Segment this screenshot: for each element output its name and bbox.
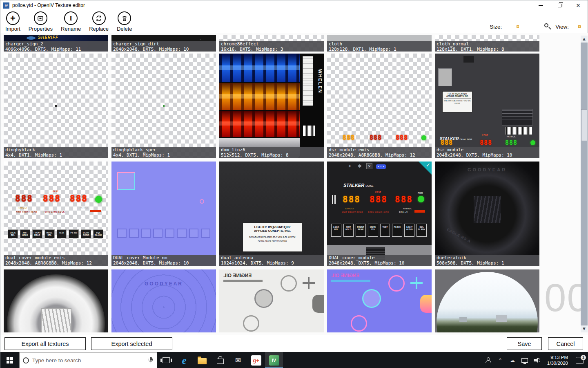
store-taskbar-button[interactable]	[211, 352, 229, 368]
texture-caption: cloth_normal128x128, DXT1, MipMaps: 8	[435, 41, 539, 52]
scroll-up-arrow[interactable]: ▲	[581, 36, 588, 43]
texture-tile-dinghyblack_spec[interactable]: dinghyblack_spec4x4, DXT1, MipMaps: 1	[111, 54, 216, 158]
view-label: View:	[555, 24, 569, 30]
task-view-button[interactable]	[157, 352, 175, 368]
delete-button[interactable]: Delete	[117, 11, 132, 32]
vga-icon	[376, 164, 386, 169]
export-selected-button[interactable]: Export selected	[91, 337, 172, 350]
texture-caption: dueleratnik508x508, DXT5, MipMaps: 1	[435, 255, 539, 266]
texture-grid: 00 SHERIFF charger_sign_24096x4096, DXT5…	[0, 33, 588, 335]
action-center-icon[interactable]: 1	[573, 352, 587, 368]
texture-tile-DUAL_cover_module-selected[interactable]: ✦ ✱ ✕ STALKER DUAL FAST PWR 888 888 888 …	[327, 162, 432, 266]
notification-badge: 1	[581, 355, 586, 360]
search-icon[interactable]	[543, 22, 552, 31]
texture-tile-dual_antenna[interactable]: FCC ID: IBQACM1Q02 APPLIED CONEPTS, INC.…	[219, 162, 324, 266]
whelen-text: WHELEN	[318, 69, 323, 94]
google-plus-icon: g+	[251, 355, 261, 366]
rename-button[interactable]: I Rename	[61, 11, 81, 32]
texture-thumb-goodyear-normal: GOODYEAR	[111, 269, 216, 332]
file-explorer-taskbar-button[interactable]	[193, 352, 211, 368]
maximize-button[interactable]	[550, 0, 569, 10]
windows-logo-icon	[7, 357, 13, 364]
size-icon-6[interactable]	[533, 26, 535, 27]
hidden-icons-chevron[interactable]: ⌃	[495, 352, 506, 368]
cancel-button[interactable]: Cancel	[548, 337, 583, 350]
module-button-row: LOCK REL XMIT HOLD FRONT REAR MOVE STA T…	[331, 224, 427, 237]
texture-thumb-engine-oil-sheet: ENGINE OIL	[219, 269, 324, 332]
texture-tile-cloth_normal[interactable]: cloth_normal128x128, DXT1, MipMaps: 8	[435, 35, 539, 52]
export-all-textures-button[interactable]: Export all textures	[4, 337, 86, 350]
openiv-icon: IV	[269, 355, 279, 366]
openiv-taskbar-button[interactable]: IV	[265, 352, 283, 368]
texture-tile-chrome86effect[interactable]: chrome86effect16x16, DXT5, MipMaps: 3	[219, 35, 324, 52]
system-tray: ⌃ ☁ 9:13 PM 1/30/2020 1	[483, 352, 588, 368]
footer-bar: Export all textures Export selected Save…	[0, 335, 588, 352]
windows-taskbar: e ✉ g+ IV ⌃ ☁ 9:13 PM 1/30/2020 1	[0, 352, 588, 368]
size-icon-7[interactable]	[538, 26, 540, 27]
people-icon[interactable]	[483, 352, 493, 368]
start-button[interactable]	[0, 352, 19, 368]
texture-tile-charger_sign_dirt[interactable]: charger_sign_dirt2048x2048, DXT5, MipMap…	[111, 35, 216, 52]
size-icon-3-selected[interactable]	[517, 26, 519, 27]
import-icon: +	[6, 11, 20, 25]
texture-tile-dual-cover-module_emis[interactable]: FAST 888 888 888 TARGET XMIT FRONT REAR …	[4, 162, 108, 266]
minimize-button[interactable]	[531, 0, 550, 10]
texture-tile-charger_sign_2[interactable]: SHERIFF charger_sign_24096x4096, DXT5, M…	[4, 35, 108, 52]
close-button[interactable]: ✕	[569, 0, 588, 10]
store-bag-icon	[217, 359, 224, 364]
microphone-icon[interactable]	[148, 357, 154, 364]
texture-tile-environment-sphere[interactable]	[435, 269, 539, 332]
google-taskbar-button[interactable]: g+	[247, 352, 265, 368]
size-icon-5[interactable]	[528, 26, 529, 27]
mail-taskbar-button[interactable]: ✉	[229, 352, 247, 368]
size-icon-4[interactable]	[522, 26, 524, 27]
texture-thumb-dom_linz6: WHELEN	[219, 54, 324, 158]
view-details-icon[interactable]	[573, 26, 575, 27]
texture-caption: dual_antenna1024x1024, DXT5, MipMaps: 9	[219, 255, 324, 266]
texture-thumb-dual-cover-module_emis: FAST 888 888 888 TARGET XMIT FRONT REAR …	[4, 162, 108, 266]
cortana-icon	[23, 357, 29, 364]
texture-caption: DUAL cover Module_nm2048x2048, DXT5, Mip…	[111, 255, 216, 266]
texture-tile-dsr_module[interactable]: FCC ID: IBQACM1Q02 APPLIED CONEPTS, INC.…	[435, 54, 539, 158]
volume-icon[interactable]	[532, 352, 542, 368]
texture-thumb-dueleratnik: GOODYEAR EAGLE RS-A	[435, 162, 539, 266]
texture-tile-cloth[interactable]: cloth128x128, DXT1, MipMaps: 1	[327, 35, 432, 52]
properties-button[interactable]: Properties	[29, 11, 53, 32]
texture-caption: DUAL_cover_module2048x2048, DXT5, MipMap…	[327, 255, 432, 266]
import-button[interactable]: + Import	[5, 11, 20, 32]
texture-tile-dsr-module-emis[interactable]: 888 888 888 dsr module emis2048x2048, A8…	[327, 54, 432, 158]
texture-tile-engine-oil-normal[interactable]: ENGINE OIL	[327, 269, 432, 332]
scroll-down-arrow[interactable]: ▼	[581, 325, 588, 332]
size-icon-1[interactable]	[506, 26, 508, 27]
edge-icon: e	[182, 355, 186, 366]
texture-tile-dinghyblack[interactable]: dinghyblack4x4, DXT1, MipMaps: 1	[4, 54, 108, 158]
texture-tile-DUAL-cover-Module_nm[interactable]: DUAL cover Module_nm2048x2048, DXT5, Mip…	[111, 162, 216, 266]
texture-tile-tire-white[interactable]	[4, 269, 108, 332]
onedrive-cloud-icon[interactable]: ☁	[507, 352, 518, 368]
size-icon-2[interactable]	[512, 26, 513, 27]
texture-tile-engine-oil-sheet[interactable]: ENGINE OIL	[219, 269, 324, 332]
selected-check-icon: ✓	[426, 162, 430, 168]
texture-tile-goodyear-normal[interactable]: GOODYEAR	[111, 269, 216, 332]
scrollbar-thumb[interactable]	[581, 109, 587, 141]
x-icon: ✕	[366, 163, 372, 169]
search-input[interactable]	[32, 357, 145, 364]
task-view-icon	[163, 357, 170, 363]
save-button[interactable]: Save	[507, 337, 542, 350]
view-grid-icon-selected[interactable]	[579, 26, 580, 27]
replace-button[interactable]: Replace	[89, 11, 109, 32]
texture-caption: charger_sign_24096x4096, DXT5, MipMaps: …	[4, 41, 108, 52]
texture-caption: dinghyblack_spec4x4, DXT1, MipMaps: 1	[111, 147, 216, 158]
texture-thumb-dsr_module: FCC ID: IBQACM1Q02 APPLIED CONEPTS, INC.…	[435, 54, 539, 158]
texture-tile-dueleratnik[interactable]: GOODYEAR EAGLE RS-A dueleratnik508x508, …	[435, 162, 539, 266]
texture-tile-dom_linz6[interactable]: WHELEN dom_linz6512x512, DXT5, MipMaps: …	[219, 54, 324, 158]
replace-icon	[92, 11, 106, 25]
taskbar-search-box[interactable]	[19, 352, 157, 368]
folder-icon	[198, 358, 207, 364]
texture-caption: dinghyblack4x4, DXT1, MipMaps: 1	[4, 147, 108, 158]
network-display-icon[interactable]	[519, 352, 530, 368]
edge-taskbar-button[interactable]: e	[175, 352, 193, 368]
star-icon: ✦	[347, 163, 353, 169]
vertical-scrollbar[interactable]: ▲ ▼	[581, 36, 588, 332]
taskbar-clock[interactable]: 9:13 PM 1/30/2020	[544, 355, 571, 366]
